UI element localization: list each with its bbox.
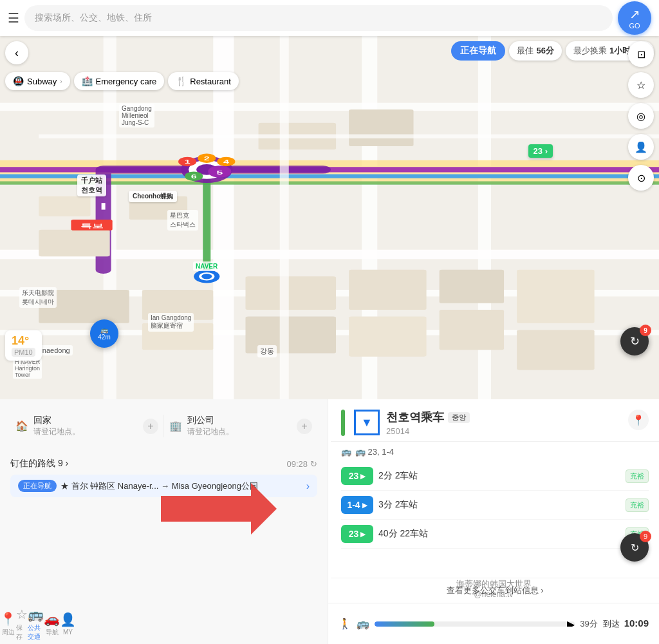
svg-rect-25 bbox=[517, 270, 594, 323]
arrival-info: 39分 到达 10:09 bbox=[580, 618, 649, 630]
arrive-time: 10:09 bbox=[624, 618, 649, 629]
home-add-button[interactable]: + bbox=[143, 419, 158, 434]
svg-rect-14 bbox=[39, 196, 90, 216]
gangdong-label: 강동 bbox=[257, 345, 277, 357]
lotte-cinema-label: 乐天电影院롯데시네마 bbox=[19, 287, 57, 308]
progress-fill bbox=[375, 621, 434, 627]
search-input[interactable]: 搜索场所、公交、地铁、住所 bbox=[24, 5, 613, 31]
pinned-time: 09:28 ↻ bbox=[286, 459, 317, 469]
map-user-button[interactable]: 👤 bbox=[628, 134, 654, 160]
bus-line-icon: 🚌 bbox=[341, 447, 351, 457]
bus-stop-pin-button[interactable]: 📍 bbox=[628, 410, 649, 430]
emergency-chip[interactable]: 🏥 Emergency care bbox=[74, 72, 165, 90]
hamburger-icon[interactable]: ☰ bbox=[8, 10, 19, 26]
global-refresh-button[interactable]: ↻ 9 bbox=[620, 327, 649, 355]
nav-active-badge: 正在导航 bbox=[18, 480, 57, 492]
bus-stop-header: ▼ 천호역乘车 중앙 25014 📍 bbox=[331, 399, 659, 442]
bus-stop-number: 25014 bbox=[386, 426, 622, 436]
svg-rect-6 bbox=[213, 36, 234, 399]
nav-option-best[interactable]: 最佳 56分 bbox=[509, 41, 561, 61]
svg-rect-24 bbox=[440, 310, 504, 350]
work-quick-item[interactable]: 🏢 到公司 请登记地点。 + bbox=[164, 410, 317, 442]
my-icon: 👤 bbox=[60, 612, 76, 627]
bus-arrival-item-2: 1-4 ▶ 3分 2车站 充裕 bbox=[341, 491, 649, 520]
bus-stop-badge: 중앙 bbox=[448, 412, 470, 423]
svg-rect-22 bbox=[349, 316, 426, 356]
cheonho-mall-label: Cheonho蝶购 bbox=[129, 191, 177, 202]
top-bar: ☰ 搜索场所、公交、地铁、住所 ↗ GO bbox=[0, 0, 659, 36]
route-num-badge-23[interactable]: 23 › bbox=[528, 144, 553, 158]
remaining-time: 39分 bbox=[580, 619, 597, 629]
home-quick-item[interactable]: 🏠 回家 请登记地点。 + bbox=[10, 410, 163, 442]
progress-area: ▶ bbox=[375, 621, 575, 627]
pinned-label[interactable]: 钉住的路线 9 › bbox=[10, 458, 68, 469]
bus-transit-icon: 🚌 bbox=[357, 618, 369, 630]
active-nav-bar: 正在导航 ★ 首尔 钟路区 Nanaye-r... → Misa Gyeongj… bbox=[10, 475, 317, 497]
nav-item-nearby[interactable]: 📍 周边 bbox=[0, 603, 16, 644]
naver-logo-map: NAVER bbox=[193, 261, 220, 271]
svg-rect-5 bbox=[0, 103, 659, 111]
drive-icon: 🚗 bbox=[44, 611, 60, 627]
bus-icon: 🚌 bbox=[100, 327, 108, 334]
bus-stop-info: 천호역乘车 중앙 25014 bbox=[386, 410, 622, 436]
nearby-icon: 📍 bbox=[0, 611, 16, 627]
work-add-button[interactable]: + bbox=[297, 419, 312, 434]
go-arrow-icon: ↗ bbox=[629, 6, 640, 22]
pinned-section: 钉住的路线 9 › 09:28 ↻ bbox=[0, 453, 328, 475]
back-button[interactable]: ‹ bbox=[5, 41, 28, 64]
arrive-label: 到达 bbox=[603, 619, 620, 629]
bus-arrival-item-1: 23 ▶ 2分 2车站 充裕 bbox=[341, 462, 649, 491]
svg-text:4: 4 bbox=[223, 158, 230, 165]
go-button[interactable]: ↗ GO bbox=[618, 1, 651, 35]
nav-item-my[interactable]: 👤 MY bbox=[60, 603, 76, 644]
walk-start-icon: 🚶 bbox=[339, 618, 351, 630]
map-compass-button[interactable]: ⊙ bbox=[628, 165, 654, 191]
work-icon: 🏢 bbox=[169, 420, 182, 432]
refresh-button[interactable]: 9 ↻ bbox=[620, 533, 649, 562]
nav-item-save[interactable]: ☆ 保存 bbox=[16, 603, 28, 644]
starbucks-label: 星巴克스타벅스 bbox=[167, 210, 198, 231]
ian-gangdong-label: Ian Gangdong脑家庭寄宿 bbox=[148, 313, 194, 332]
arrival-nav-bar: 🚶 🚌 ▶ 39分 到达 10:09 bbox=[328, 603, 659, 644]
right-bus-panel: ▼ 천호역乘车 중앙 25014 📍 🚌 🚌 23, 1-4 23 bbox=[331, 399, 659, 603]
subway-chip-icon: 🚇 bbox=[13, 76, 24, 86]
bus-status-badge-1: 充裕 bbox=[626, 469, 649, 483]
work-title: 到公司 bbox=[187, 415, 292, 426]
nav-item-transit[interactable]: 🚌 公共交通 bbox=[28, 603, 44, 644]
home-sub: 请登记地点。 bbox=[33, 426, 138, 437]
green-line-indicator bbox=[341, 410, 345, 436]
map-area[interactable]: 1 2 4 5 6 특보 🚇 Sub bbox=[0, 36, 659, 399]
subway-chip[interactable]: 🚇 Subway › bbox=[5, 72, 70, 90]
svg-text:5: 5 bbox=[216, 169, 223, 175]
map-layers-button[interactable]: ⊡ bbox=[628, 41, 654, 67]
refresh-count-badge: 9 bbox=[640, 325, 651, 336]
map-favorite-button[interactable]: ☆ bbox=[628, 72, 654, 98]
restaurant-chip[interactable]: 🍴 Restaurant bbox=[168, 72, 239, 90]
nav-active-button[interactable]: 正在导航 bbox=[451, 41, 505, 61]
pinned-header: 钉住的路线 9 › 09:28 ↻ bbox=[10, 453, 317, 475]
svg-point-42 bbox=[201, 274, 212, 279]
svg-text:2: 2 bbox=[204, 155, 210, 162]
more-info-button[interactable]: 查看更多公交车到站信息 › bbox=[331, 578, 659, 603]
bus-direction-icon: ▼ bbox=[354, 410, 380, 435]
bus-arrival-time-1: 2分 2车站 bbox=[378, 470, 620, 482]
harington-label: H NAVERHaringtonTower bbox=[13, 358, 42, 379]
work-sub: 请登记地点。 bbox=[187, 426, 292, 437]
refresh-icon[interactable]: ↻ bbox=[310, 459, 317, 469]
restaurant-chip-icon: 🍴 bbox=[176, 76, 187, 86]
bus-lines-header: 🚌 🚌 23, 1-4 bbox=[341, 447, 649, 457]
nav-item-drive[interactable]: 🚗 导航 bbox=[44, 603, 60, 644]
bus-arrival-time-3: 40分 22车站 bbox=[378, 528, 620, 540]
svg-rect-21 bbox=[349, 270, 426, 310]
map-location-button[interactable]: ◎ bbox=[628, 103, 654, 129]
progress-play-icon: ▶ bbox=[567, 621, 575, 627]
quick-access-row: 🏠 回家 请登记地点。 + 🏢 到公司 请登记地点。 + bbox=[0, 399, 328, 453]
map-bus-icon: 🚌 42m bbox=[90, 319, 118, 348]
bus-arrival-item-3: 23 ▶ 40分 22车站 充裕 bbox=[341, 520, 649, 549]
svg-rect-15 bbox=[39, 230, 109, 256]
nav-arrow-icon: › bbox=[306, 480, 310, 492]
svg-text:1: 1 bbox=[185, 158, 190, 165]
svg-text:6: 6 bbox=[191, 173, 197, 180]
svg-rect-23 bbox=[440, 270, 504, 303]
svg-text:특보: 특보 bbox=[80, 222, 103, 229]
